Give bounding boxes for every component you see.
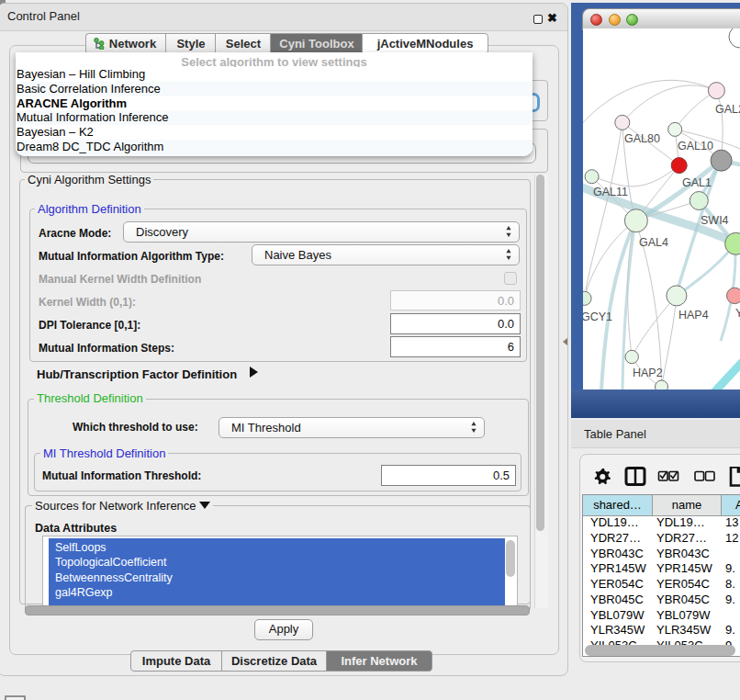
svg-text:GAL4: GAL4 [639, 236, 668, 249]
svg-text:GAL10: GAL10 [678, 140, 713, 152]
svg-text:HAP4: HAP4 [678, 309, 709, 322]
svg-text:HAP2: HAP2 [633, 367, 663, 379]
svg-text:Y: Y [735, 307, 740, 320]
svg-text:GAL11: GAL11 [593, 186, 628, 198]
svg-text:GCY1: GCY1 [583, 310, 612, 323]
svg-text:GAL1: GAL1 [682, 176, 712, 189]
svg-text:GAL80: GAL80 [624, 132, 660, 145]
svg-text:GAL2: GAL2 [715, 103, 740, 116]
svg-text:SWI4: SWI4 [701, 214, 729, 227]
